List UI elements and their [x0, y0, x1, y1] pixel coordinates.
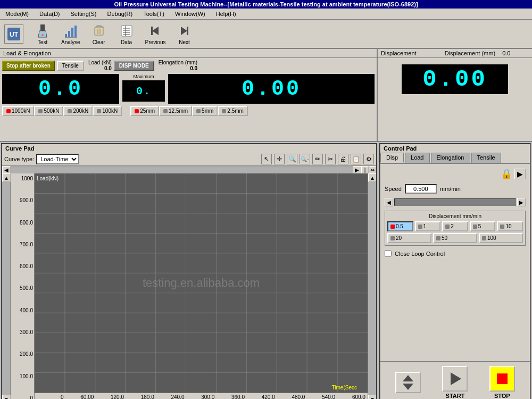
y-tick-800: 800.0	[12, 220, 33, 226]
chart-scroll-up-button[interactable]: ▲	[2, 173, 11, 182]
zoom-in-button[interactable]: 🔍	[287, 154, 297, 164]
range-2mm-button[interactable]: 2.5mm	[218, 106, 248, 116]
tab-disp[interactable]: Disp	[380, 153, 404, 163]
menu-item-data[interactable]: Data(D)	[36, 10, 63, 18]
title-bar: Oil Pressure Universal Testing Machine--…	[0, 0, 532, 9]
speed-option-1[interactable]: 1	[415, 221, 441, 231]
menu-item-tools[interactable]: Tools(T)	[140, 10, 168, 18]
start-button[interactable]: START	[442, 366, 468, 399]
speed-option-100[interactable]: 100	[479, 233, 523, 243]
speed-input[interactable]	[405, 184, 437, 194]
chart-scroll-down-button[interactable]: ▼	[2, 395, 11, 399]
clear-button[interactable]: Clear	[86, 21, 112, 47]
tab-elongation[interactable]: Elongation	[431, 153, 470, 163]
svg-marker-24	[181, 27, 187, 35]
speed-10-label: 10	[505, 223, 511, 229]
analyse-label: Analyse	[61, 39, 80, 45]
copy-button[interactable]: 📋	[351, 154, 361, 164]
stop-button[interactable]: STOP	[489, 366, 515, 399]
range-1000kn-button[interactable]: 1000kN	[2, 106, 34, 116]
print-button[interactable]: 🖨	[338, 154, 348, 164]
previous-button[interactable]: Previous	[142, 21, 170, 47]
chart-inner[interactable]: Load(kN) testing.en.alibaba.com Time(Sec…	[35, 173, 368, 393]
left-gauges-title: Load & Elongation	[0, 49, 377, 58]
range-5mm-button[interactable]: 5mm	[192, 106, 218, 116]
menu-item-help[interactable]: Help(H)	[213, 10, 239, 18]
settings-tool-button[interactable]: ⚙	[363, 154, 374, 164]
range-inactive-indicator-e2	[196, 109, 201, 113]
curve-type-select[interactable]: Load-Time	[36, 154, 79, 164]
y-tick-600: 600.0	[12, 263, 33, 269]
disp-mode-button[interactable]: DISP MODE	[114, 61, 154, 71]
range-500kn-label: 500kN	[44, 108, 59, 114]
slider-track[interactable]	[394, 198, 516, 206]
tensile-button[interactable]: Tensile	[57, 61, 84, 71]
control-pad-title: Control Pad	[380, 144, 530, 153]
scroll-track-h[interactable]	[11, 167, 353, 173]
chart-x-axis-label: Time(Secc	[332, 385, 357, 390]
speed-option-2[interactable]: 2	[442, 221, 468, 231]
v-scroll-track[interactable]	[2, 182, 10, 395]
close-loop-label: Close Loop Control	[395, 251, 445, 257]
menu-item-window[interactable]: Window(W)	[172, 10, 209, 18]
close-loop-row: Close Loop Control	[385, 250, 526, 257]
stop-after-broken-button[interactable]: Stop after broken	[2, 61, 55, 71]
svg-text:UT: UT	[10, 31, 19, 38]
updown-button[interactable]	[395, 372, 421, 393]
zoom-out-button[interactable]: 🔍-	[300, 154, 310, 164]
y-tick-100: 100.0	[12, 373, 33, 379]
v-scroll-track-right[interactable]	[368, 182, 376, 395]
displacement-label: Displacement (mm)	[445, 50, 495, 56]
chart-scroll-right-up-button[interactable]: ▲	[368, 173, 376, 182]
crosshair-tool-button[interactable]: ✛	[274, 154, 285, 164]
speed-1-label: 1	[423, 223, 427, 229]
analyse-icon	[62, 22, 79, 39]
test-button[interactable]: Test	[30, 21, 55, 47]
close-loop-checkbox[interactable]	[385, 250, 392, 257]
speed-slider-row: ◀ ▶	[385, 198, 526, 206]
speed-option-20[interactable]: 20	[387, 233, 431, 243]
pen-tool-button[interactable]: ✏	[312, 154, 323, 164]
svg-marker-46	[403, 375, 413, 381]
speed-20-label: 20	[396, 235, 402, 241]
tab-tensile[interactable]: Tensile	[471, 153, 501, 163]
x-tick-420: 420.0	[262, 394, 275, 399]
speed-option-50[interactable]: 50	[433, 233, 477, 243]
arrow-right-icon[interactable]: ▶	[514, 169, 526, 179]
speed-option-10[interactable]: 10	[497, 221, 523, 231]
load-label: Load (kN)	[88, 60, 112, 65]
svg-rect-25	[187, 27, 188, 35]
cursor-tool-button[interactable]: ↖	[261, 154, 272, 164]
chart-left-controls: ▲ ▼	[2, 173, 11, 399]
range-200kn-button[interactable]: 200kN	[63, 106, 93, 116]
range-2mm-label: 2.5mm	[227, 108, 244, 114]
speed-option-5[interactable]: 5	[470, 221, 496, 231]
menu-item-setting[interactable]: Setting(S)	[68, 10, 100, 18]
scissors-tool-button[interactable]: ✂	[325, 154, 336, 164]
speed-indicator-active	[390, 225, 395, 229]
tab-load[interactable]: Load	[405, 153, 429, 163]
slider-right-button[interactable]: ▶	[517, 198, 526, 206]
svg-rect-23	[151, 27, 153, 35]
y-tick-400: 400.0	[12, 307, 33, 313]
svg-rect-6	[68, 31, 70, 37]
range-25mm-button[interactable]: 25mm	[130, 106, 159, 116]
menu-item-mode[interactable]: Mode(M)	[2, 10, 32, 18]
x-tick-600: 600.0	[352, 394, 365, 399]
chart-scroll-right-down-button[interactable]: ▼	[368, 395, 376, 399]
range-100kn-button[interactable]: 100kN	[93, 106, 122, 116]
next-button[interactable]: Next	[171, 21, 197, 47]
data-button[interactable]: Data	[114, 21, 139, 47]
range-1000kn-label: 1000kN	[12, 108, 30, 114]
analyse-button[interactable]: Analyse	[57, 21, 84, 47]
speed-option-0-5[interactable]: 0.5	[387, 221, 413, 231]
load-digital-display: 0.0	[2, 74, 119, 104]
range-500kn-button[interactable]: 500kN	[34, 106, 63, 116]
chart-y-axis-label: Load(kN)	[37, 176, 59, 181]
slider-left-button[interactable]: ◀	[385, 198, 393, 206]
x-axis-row: 0 60.00 120.0 180.0 240.0 300.0 360.0 42…	[35, 393, 368, 399]
range-12mm-button[interactable]: 12.5mm	[159, 106, 192, 116]
chart-right-scroll: ▲ ▼	[368, 173, 376, 399]
menu-item-debug[interactable]: Debug(R)	[104, 10, 136, 18]
range-inactive-indicator-2	[68, 109, 72, 113]
